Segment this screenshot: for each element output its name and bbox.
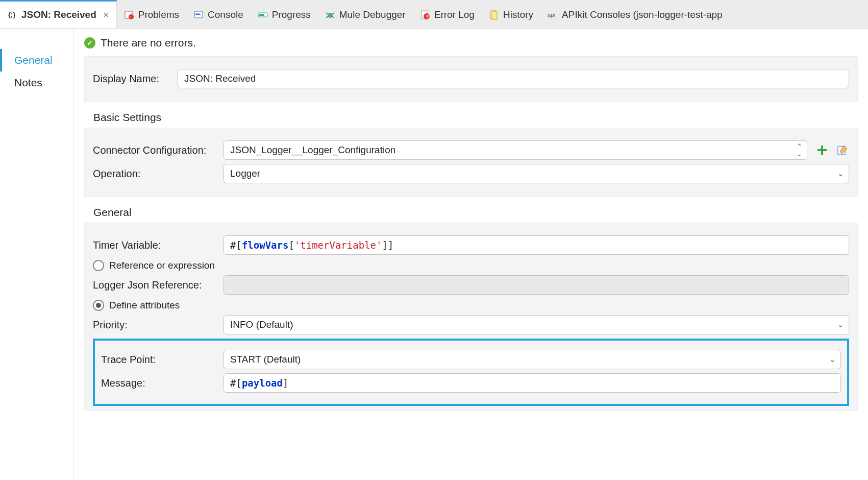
edit-config-button[interactable] <box>836 143 849 157</box>
mel-prefix: #[ <box>230 239 242 251</box>
trace-message-highlight: Trace Point: START (Default) ⌄ Message: … <box>93 339 849 406</box>
radio-reference-label: Reference or expression <box>109 260 215 271</box>
svg-line-10 <box>326 13 328 14</box>
mel-string: 'timerVariable' <box>294 239 382 251</box>
status-text: There are no errors. <box>101 37 196 49</box>
problems-icon: ! <box>124 10 134 20</box>
tab-console[interactable]: Console <box>186 0 251 28</box>
sidebar: General Notes <box>0 29 74 480</box>
radio-unchecked-icon[interactable] <box>93 260 104 271</box>
basic-settings-panel: Connector Configuration: JSON_Logger__Lo… <box>84 128 858 197</box>
message-label: Message: <box>101 377 215 389</box>
radio-checked-icon[interactable] <box>93 300 104 311</box>
status-row: ✓ There are no errors. <box>84 37 858 56</box>
tab-error-log[interactable]: ✕ Error Log <box>413 0 482 28</box>
tab-label: Mule Debugger <box>339 9 406 20</box>
tab-history[interactable]: History <box>482 0 540 28</box>
svg-line-12 <box>326 16 328 18</box>
main-content: ✓ There are no errors. Display Name: Bas… <box>74 29 868 480</box>
radio-define-row[interactable]: Define attributes <box>93 300 849 311</box>
tab-progress[interactable]: Progress <box>251 0 318 28</box>
tab-bar: {;} JSON: Received ✕ ! Problems Console … <box>0 0 868 29</box>
mel-keyword: flowVars <box>242 239 289 251</box>
error-log-icon: ✕ <box>420 10 430 20</box>
display-name-input[interactable] <box>178 69 849 88</box>
sidebar-item-label: General <box>14 54 53 66</box>
svg-rect-5 <box>195 13 200 14</box>
priority-label: Priority: <box>93 319 215 331</box>
tab-problems[interactable]: ! Problems <box>117 0 186 28</box>
tab-json-received[interactable]: {;} JSON: Received ✕ <box>0 0 117 28</box>
bug-icon <box>325 10 335 20</box>
svg-point-9 <box>328 13 333 18</box>
json-icon: {;} <box>7 10 17 20</box>
tab-label: JSON: Received <box>21 9 96 20</box>
svg-line-11 <box>332 13 334 14</box>
tab-label: History <box>503 9 533 20</box>
display-name-panel: Display Name: <box>84 56 858 102</box>
radio-define-label: Define attributes <box>109 300 180 311</box>
connector-config-select[interactable]: JSON_Logger__Logger_Configuration <box>224 140 807 160</box>
progress-icon <box>258 10 268 20</box>
close-tab-icon[interactable]: ✕ <box>101 10 109 20</box>
mel-keyword: payload <box>242 377 283 389</box>
plus-icon <box>816 145 828 156</box>
tab-label: Progress <box>272 9 311 20</box>
tab-label: APIkit Consoles (json-logger-test-app <box>562 9 723 20</box>
svg-rect-21 <box>817 149 827 151</box>
svg-text:!: ! <box>130 15 131 19</box>
mel-suffix: ] <box>283 377 288 389</box>
message-input[interactable]: #[payload] <box>224 373 841 393</box>
tab-mule-debugger[interactable]: Mule Debugger <box>318 0 413 28</box>
mel-mid: [ <box>288 239 294 251</box>
svg-text:{;}: {;} <box>8 11 16 18</box>
timer-variable-input[interactable]: #[flowVars['timerVariable']] <box>224 235 849 255</box>
logger-json-reference-label: Logger Json Reference: <box>93 279 215 291</box>
trace-point-value: START (Default) <box>230 354 301 365</box>
add-config-button[interactable] <box>815 143 829 157</box>
sidebar-item-notes[interactable]: Notes <box>0 71 73 94</box>
general-title: General <box>93 206 858 219</box>
display-name-label: Display Name: <box>93 73 169 85</box>
mel-suffix: ]] <box>382 239 393 251</box>
tab-label: Problems <box>138 9 179 20</box>
ok-check-icon: ✓ <box>84 37 95 49</box>
operation-label: Operation: <box>93 168 215 180</box>
mel-prefix: #[ <box>230 377 242 389</box>
svg-text:✕: ✕ <box>425 14 429 19</box>
priority-value: INFO (Default) <box>230 319 293 330</box>
operation-value: Logger <box>230 168 260 179</box>
console-icon <box>193 10 204 20</box>
tab-label: Console <box>208 9 243 20</box>
api-icon: api <box>548 10 558 20</box>
sidebar-item-general[interactable]: General <box>0 49 73 71</box>
basic-settings-title: Basic Settings <box>93 111 858 124</box>
connector-config-value: JSON_Logger__Logger_Configuration <box>230 145 395 156</box>
svg-rect-18 <box>492 12 497 19</box>
general-panel: Timer Variable: #[flowVars['timerVariabl… <box>84 223 858 411</box>
svg-rect-6 <box>195 14 201 15</box>
edit-icon <box>837 145 848 156</box>
logger-json-reference-input <box>224 275 849 295</box>
svg-text:api: api <box>548 12 556 18</box>
trace-point-select[interactable]: START (Default) <box>224 350 841 369</box>
trace-point-label: Trace Point: <box>101 354 215 366</box>
radio-reference-row[interactable]: Reference or expression <box>93 260 849 271</box>
tab-apikit-consoles[interactable]: api APIkit Consoles (json-logger-test-ap… <box>540 0 730 28</box>
sidebar-item-label: Notes <box>14 77 42 88</box>
history-icon <box>489 10 499 20</box>
svg-line-13 <box>332 16 334 18</box>
operation-select[interactable]: Logger <box>224 164 849 183</box>
connector-config-label: Connector Configuration: <box>93 145 215 156</box>
tab-label: Error Log <box>434 9 475 20</box>
timer-variable-label: Timer Variable: <box>93 239 215 251</box>
svg-rect-8 <box>259 14 264 16</box>
priority-select[interactable]: INFO (Default) <box>224 315 849 334</box>
